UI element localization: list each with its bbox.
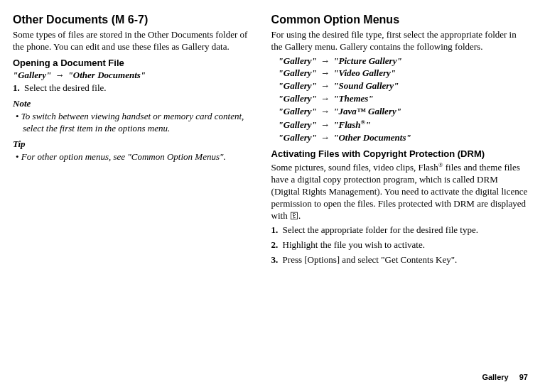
page-footer: Gallery 97 (482, 372, 528, 382)
drm-step-2: 2.Highlight the file you wish to activat… (271, 239, 528, 251)
right-column: Common Option Menus For using the desire… (271, 13, 528, 268)
tip-list: For other option menus, see "Common Opti… (13, 151, 250, 163)
drm-text: Some pictures, sound files, video clips,… (271, 161, 528, 222)
folder-sound-gallery: "Gallery" → "Sound Gallery" (279, 80, 528, 92)
folder-themes: "Gallery" → "Themes" (279, 93, 528, 105)
arrow-icon: → (319, 106, 331, 116)
folder-other-documents: "Gallery" → "Other Documents" (279, 132, 528, 144)
other-documents-intro: Some types of files are stored in the Ot… (13, 29, 250, 53)
arrow-icon: → (319, 93, 331, 104)
left-column: Other Documents (M 6-7) Some types of fi… (13, 13, 250, 268)
tip-item: For other option menus, see "Common Opti… (13, 151, 250, 163)
opening-steps: 1.Select the desired file. (13, 82, 250, 94)
footer-section-label: Gallery (482, 373, 508, 381)
opening-document-subheading: Opening a Document File (13, 58, 250, 70)
footer-page-number: 97 (519, 373, 528, 381)
other-documents-heading: Other Documents (M 6-7) (13, 13, 250, 28)
key-icon: ⚿ (290, 211, 298, 222)
folder-flash: "Gallery" → "Flash®" (279, 119, 528, 131)
tip-label: Tip (13, 138, 250, 151)
arrow-icon: → (53, 70, 65, 80)
registered-icon: ® (438, 161, 443, 168)
drm-step-1: 1.Select the appropriate folder for the … (271, 224, 528, 236)
note-item: To switch between viewing handset or mem… (13, 111, 250, 135)
trademark-icon: ™ (357, 106, 366, 116)
note-label: Note (13, 98, 250, 110)
nav-path-other-documents: "Gallery" → "Other Documents" (13, 70, 250, 82)
drm-steps: 1.Select the appropriate folder for the … (271, 224, 528, 266)
arrow-icon: → (319, 67, 331, 78)
arrow-icon: → (319, 80, 331, 91)
arrow-icon: → (319, 55, 331, 66)
folder-picture-gallery: "Gallery" → "Picture Gallery" (279, 55, 528, 67)
drm-step-3: 3.Press [Options] and select "Get Conten… (271, 254, 528, 266)
note-list: To switch between viewing handset or mem… (13, 111, 250, 135)
folder-video-gallery: "Gallery" → "Video Gallery" (279, 67, 528, 80)
common-option-intro: For using the desired file type, first s… (271, 29, 528, 53)
arrow-icon: → (319, 119, 331, 130)
folder-list: "Gallery" → "Picture Gallery" "Gallery" … (279, 55, 528, 145)
folder-java-gallery: "Gallery" → "Java™ Gallery" (279, 106, 528, 118)
arrow-icon: → (319, 132, 331, 143)
step-1: 1.Select the desired file. (13, 82, 250, 94)
common-option-menus-heading: Common Option Menus (271, 13, 528, 28)
drm-heading: Activating Files with Copyright Protecti… (271, 148, 528, 160)
